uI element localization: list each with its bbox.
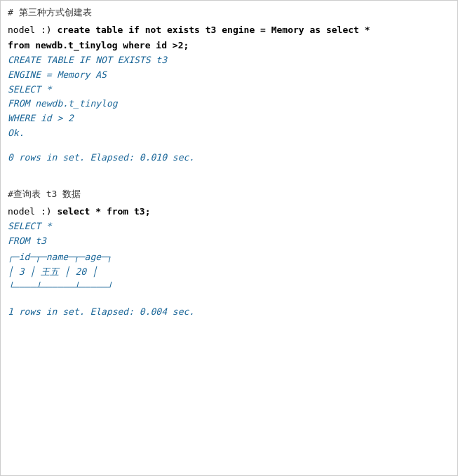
sql-from-line: FROM newdb.t_tinylog (8, 97, 450, 111)
sql-select-line: SELECT * (8, 83, 450, 97)
ok-line: Ok. (8, 126, 450, 141)
prompt-1: nodel :) (8, 25, 57, 35)
command-select-t3: nodel :) select * from t3; (8, 205, 450, 219)
sql-create-line1: CREATE TABLE IF NOT EXISTS t3 (8, 53, 450, 68)
sql-select-t3-line1: SELECT * (8, 219, 450, 234)
table-footer: └────┴──────┴─────┘ (8, 280, 450, 294)
cmd-select-t3: select * from t3; (57, 206, 150, 217)
cmd-from-line: from newdb.t_tinylog where id >2; (8, 40, 189, 50)
table-header: ┌─id─┬─name─┬─age─┐ (8, 250, 450, 264)
cmd-create-table: create table if not exists t3 engine = M… (57, 25, 370, 35)
table-row: │ 3 │ 王五 │ 20 │ (8, 265, 450, 279)
main-container: # 第三种方式创建表 nodel :) create table if not … (0, 0, 458, 476)
result-line-2: 1 rows in set. Elapsed: 0.004 sec. (8, 305, 450, 320)
command-create-table-line2: from newdb.t_tinylog where id >2; (8, 39, 450, 53)
prompt-2: nodel :) (8, 206, 57, 217)
sql-from-t3-line: FROM t3 (8, 234, 450, 249)
result-line-1: 0 rows in set. Elapsed: 0.010 sec. (8, 151, 450, 165)
comment-create-table: # 第三种方式创建表 (8, 6, 450, 19)
sql-engine-line: ENGINE = Memory AS (8, 68, 450, 83)
section-create-table: # 第三种方式创建表 nodel :) create table if not … (8, 6, 450, 165)
command-create-table: nodel :) create table if not exists t3 e… (8, 23, 450, 37)
sql-where-line: WHERE id > 2 (8, 111, 450, 126)
section-select-t3: #查询表 t3 数据 nodel :) select * from t3; SE… (8, 188, 450, 320)
comment-query-t3: #查询表 t3 数据 (8, 188, 450, 200)
